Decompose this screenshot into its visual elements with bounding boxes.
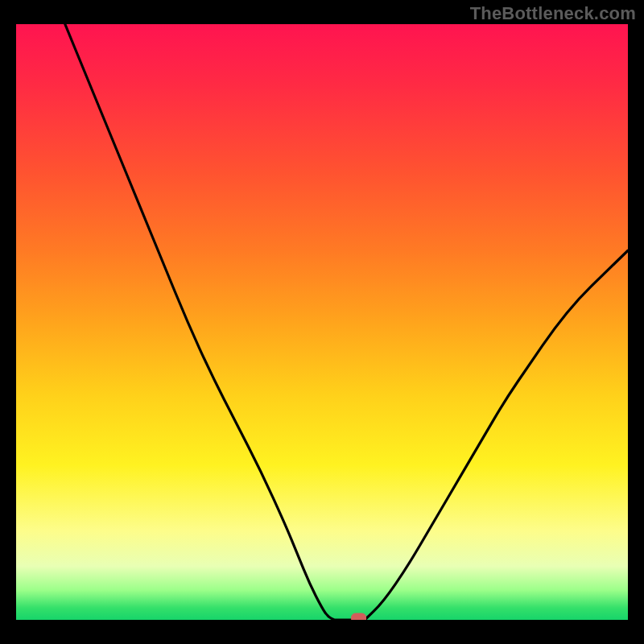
curve-svg bbox=[16, 24, 628, 620]
optimal-marker bbox=[352, 613, 366, 620]
plot-area bbox=[16, 24, 628, 620]
chart-frame: TheBottleneck.com bbox=[0, 0, 644, 644]
bottleneck-curve bbox=[65, 24, 628, 620]
watermark-text: TheBottleneck.com bbox=[470, 3, 636, 24]
